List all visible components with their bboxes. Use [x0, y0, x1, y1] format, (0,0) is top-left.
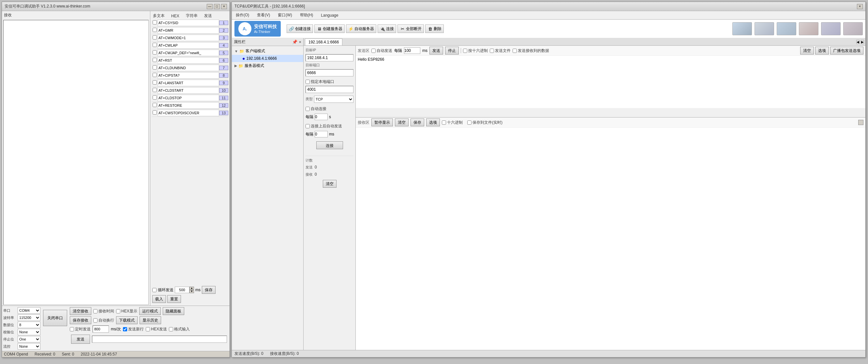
stop-send-button[interactable]: 停止	[445, 47, 459, 55]
spinner-down[interactable]: ▼	[189, 290, 194, 293]
mt-checkbox-11[interactable]	[152, 95, 157, 101]
recv-options-button[interactable]: 选项	[426, 118, 440, 127]
mt-input-12[interactable]	[157, 102, 219, 109]
save-file-label[interactable]: 保存到文件(实时)	[467, 120, 502, 125]
broadcast-button[interactable]: 广播包发送选项	[830, 47, 863, 55]
close-button[interactable]: ×	[221, 4, 227, 9]
load-button[interactable]: 载入	[152, 295, 166, 303]
connect-toolbar-button[interactable]: 🔌 连接	[378, 25, 396, 33]
save-recv-button[interactable]: 保存接收	[70, 316, 91, 324]
specify-local-port-checkbox[interactable]	[306, 80, 310, 84]
mt-num-10[interactable]: 10	[219, 88, 228, 93]
mt-input-7[interactable]	[157, 65, 219, 71]
target-port-input[interactable]	[306, 69, 353, 76]
hide-panel-button[interactable]: 隐藏面板	[163, 307, 184, 315]
save-file-checkbox[interactable]	[467, 120, 471, 125]
hex-send-label[interactable]: HEX发送	[146, 327, 167, 332]
mt-checkbox-6[interactable]	[152, 58, 157, 63]
mt-num-4[interactable]: 4	[219, 43, 228, 48]
send-file-label[interactable]: 发送文件	[490, 48, 510, 54]
auto-send-label[interactable]: 自动发送	[371, 48, 392, 54]
tree-client-ip[interactable]: ● 192.168.4.1:6666	[232, 55, 303, 62]
delete-button[interactable]: 🗑 删除	[425, 25, 444, 33]
send-file-checkbox[interactable]	[490, 49, 494, 53]
create-conn-button[interactable]: 🔗 创建连接	[287, 25, 313, 33]
hex-mode-label[interactable]: 按十六进制	[463, 48, 488, 54]
send-newline-label[interactable]: 发送新行	[123, 327, 144, 332]
mt-num-2[interactable]: 2	[219, 28, 228, 33]
mt-input-2[interactable]	[157, 27, 219, 34]
hex-display-checkbox[interactable]	[116, 309, 120, 313]
mt-num-12[interactable]: 12	[219, 103, 228, 108]
auto-send-checkbox[interactable]	[371, 49, 376, 53]
hex-mode-checkbox[interactable]	[463, 49, 467, 53]
baud-select[interactable]: 115200	[18, 314, 40, 321]
send-recv-cb-checkbox[interactable]	[513, 49, 517, 53]
mt-checkbox-10[interactable]	[152, 88, 157, 93]
specify-local-port-label[interactable]: 指定本地端口	[306, 79, 353, 85]
open-port-button[interactable]: 关闭串口	[43, 310, 67, 326]
mt-checkbox-3[interactable]	[152, 35, 157, 40]
mt-num-8[interactable]: 8	[219, 73, 228, 78]
recv-scroll-thumb[interactable]	[858, 120, 863, 125]
auto-send-after-checkbox[interactable]	[306, 124, 310, 128]
hex-recv-checkbox[interactable]	[442, 120, 446, 125]
mt-num-5[interactable]: 5	[219, 51, 228, 55]
mt-checkbox-8[interactable]	[152, 73, 157, 78]
mt-num-11[interactable]: 11	[219, 96, 228, 100]
send-textarea[interactable]: Hello ESP8266	[356, 56, 865, 108]
send-button[interactable]: 发送	[71, 335, 90, 344]
menu-view[interactable]: 查看(V)	[256, 12, 271, 18]
local-port-input[interactable]	[306, 86, 353, 93]
mt-checkbox-7[interactable]	[152, 65, 157, 71]
send-recv-cb-label[interactable]: 发送接收到的数据	[513, 48, 549, 54]
right-close-button[interactable]: ×	[857, 4, 863, 9]
spinner-up[interactable]: ▲	[189, 287, 194, 290]
clear-recv-tcp-button[interactable]: 清空	[395, 118, 409, 127]
tab-next-button[interactable]: ▶	[861, 40, 864, 44]
mt-input-1[interactable]	[157, 20, 219, 26]
show-history-button[interactable]: 显示历史	[140, 316, 161, 324]
timed-send-checkbox[interactable]	[70, 327, 74, 331]
minimize-button[interactable]: —	[207, 4, 213, 9]
menu-language[interactable]: Language	[319, 13, 339, 18]
auto-send-after-label[interactable]: 连接上后自动发送	[306, 123, 353, 129]
mt-checkbox-9[interactable]	[152, 80, 157, 86]
auto-connect-checkbox[interactable]	[306, 107, 310, 111]
auto-server-button[interactable]: ⚡ 自动服务器	[346, 25, 376, 33]
mt-checkbox-4[interactable]	[152, 43, 157, 48]
mt-input-6[interactable]	[157, 57, 219, 64]
auto-newline-checkbox[interactable]	[93, 318, 97, 323]
mt-input-13[interactable]	[157, 110, 219, 116]
download-mode-button[interactable]: 下载模式	[116, 316, 137, 324]
clear-recv-button[interactable]: 清空接收	[70, 307, 91, 315]
panel-pin-icon[interactable]: 📌	[292, 39, 298, 45]
stop-bits-select[interactable]: One	[18, 336, 40, 342]
hex-send-checkbox[interactable]	[146, 327, 150, 331]
tree-server-mode[interactable]: ▶ 📁 服务器模式	[232, 62, 303, 69]
connect-button[interactable]: 连接	[316, 141, 343, 149]
pause-display-button[interactable]: 暂停显示	[371, 118, 393, 127]
format-input-checkbox[interactable]	[169, 327, 173, 331]
mt-input-5[interactable]	[157, 50, 219, 56]
target-ip-input[interactable]	[306, 54, 353, 61]
data-bits-select[interactable]: 8	[18, 321, 40, 328]
mt-checkbox-5[interactable]	[152, 50, 157, 56]
recv-textarea[interactable]	[356, 128, 865, 350]
interval-input[interactable]	[315, 114, 328, 120]
send-interval-input[interactable]	[404, 47, 420, 54]
run-mode-button[interactable]: 运行模式	[139, 307, 161, 315]
mt-checkbox-13[interactable]	[152, 110, 157, 116]
format-input-label[interactable]: 格式输入	[169, 327, 190, 332]
auto-connect-label[interactable]: 自动连接	[306, 106, 353, 112]
menu-operations[interactable]: 操作(O)	[235, 12, 250, 18]
send-options-button[interactable]: 选项	[815, 47, 829, 55]
loop-send-checkbox[interactable]	[152, 288, 156, 292]
receive-box[interactable]	[3, 20, 149, 305]
port-select[interactable]: COM4	[18, 307, 40, 314]
panel-close-icon[interactable]: ×	[299, 39, 301, 45]
hex-recv-label[interactable]: 十六进制	[442, 120, 463, 125]
clear-send-button[interactable]: 清空	[800, 47, 814, 55]
flow-select[interactable]: None	[18, 343, 40, 349]
menu-help[interactable]: 帮助(H)	[299, 12, 315, 18]
